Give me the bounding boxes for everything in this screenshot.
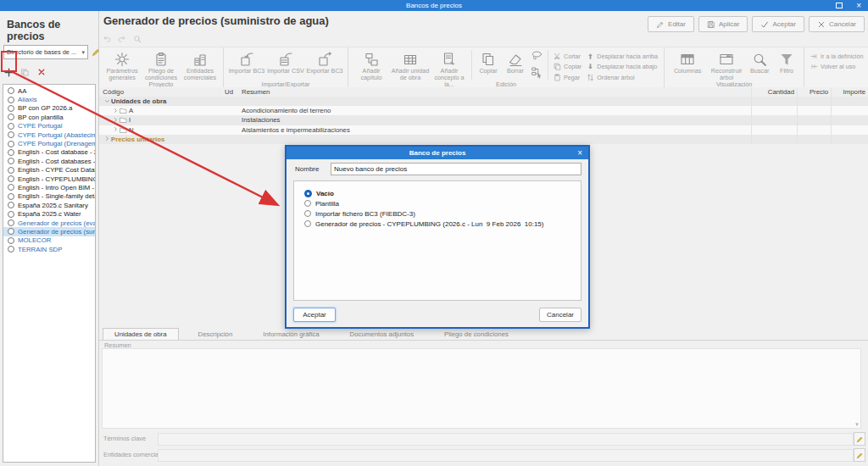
edit-terminos-icon[interactable] [854,432,865,446]
price-bank-item[interactable]: English - Intro Open BIM - 1 [3,183,95,191]
ribbon-button[interactable]: Buscar [746,50,773,75]
radio-icon[interactable] [8,202,14,208]
price-bank-item[interactable]: CYPE Portugal [3,122,95,130]
ribbon-button[interactable]: Añadir unidad de obra [391,50,430,81]
tab-unidades-de-obra[interactable]: Unidades de obra [103,328,179,340]
cell-importe[interactable] [831,115,868,125]
radio-icon[interactable] [8,105,14,112]
price-bank-item[interactable]: Aliaxis [3,95,95,103]
cell-cantidad[interactable] [751,135,797,144]
radio-icon[interactable] [304,190,312,197]
price-bank-item[interactable]: España 2025.c Water [3,209,95,218]
tree-row[interactable]: NAislamientos e impermeabilizaciones [99,125,868,135]
column-header-cantidad[interactable]: Cantidad [751,87,797,97]
price-bank-item[interactable]: TERRAIN SDP [3,245,95,253]
ribbon-button[interactable]: Copiar [475,50,502,75]
cell-precio[interactable] [797,125,831,135]
radio-icon[interactable] [8,149,14,156]
price-bank-item[interactable]: AA [3,86,95,95]
price-bank-item[interactable]: CYPE Portugal (Abastecime... [3,130,95,139]
radio-icon[interactable] [8,193,14,200]
cell-cantidad[interactable] [751,106,797,115]
tab-información-gráfica[interactable]: Información gráfica [252,329,330,340]
dialog-accept-button[interactable]: Aceptar [293,308,336,322]
dialog-option[interactable]: Generador de precios - CYPEPLUMBING (202… [304,219,581,229]
tab-descripción[interactable]: Descripción [187,329,244,340]
search-button[interactable] [133,31,142,47]
cell-precio[interactable] [797,115,831,125]
ribbon-button[interactable]: Pliego de condiciones [142,50,181,81]
radio-icon[interactable] [8,87,14,94]
ribbon-button[interactable]: Reconstruir árbol [707,50,746,81]
radio-icon[interactable] [8,131,14,138]
cell-importe[interactable] [831,135,868,144]
column-header-importe[interactable]: Importe [831,87,868,97]
radio-icon[interactable] [304,210,311,217]
cell-cantidad[interactable] [751,125,797,135]
radio-icon[interactable] [8,97,14,103]
resumen-textarea[interactable]: ▼ [102,348,861,429]
radio-icon[interactable] [8,237,14,244]
aceptar-button[interactable]: Aceptar [752,16,804,32]
cell-importe[interactable] [831,106,868,115]
column-header-resumen[interactable]: Resumen [242,88,751,96]
delete-bank-button[interactable] [35,64,47,80]
ribbon-button[interactable]: Añadir capítulo [352,50,391,81]
scroll-down-icon[interactable]: ▼ [854,422,860,427]
column-header-ud[interactable]: Ud [225,88,242,96]
column-header-precio[interactable]: Precio [797,87,831,97]
chevron-right-icon[interactable] [111,126,120,133]
cell-precio[interactable] [797,106,831,115]
price-bank-item[interactable]: MOLECOR [3,236,95,245]
chevron-right-icon[interactable] [111,108,120,114]
radio-icon[interactable] [8,211,14,218]
cell-precio[interactable] [797,97,831,106]
cell-precio[interactable] [797,135,831,144]
cancelar-button[interactable]: Cancelar [809,16,865,32]
tree-row[interactable]: IInstalaciones [99,115,868,125]
ribbon-small-button[interactable]: Cortar [554,52,581,60]
column-header-codigo[interactable]: Código [99,88,225,96]
close-window-icon[interactable]: × [856,0,861,11]
radio-icon[interactable] [8,246,14,252]
radio-icon[interactable] [8,123,14,130]
chevron-right-icon[interactable] [111,117,120,124]
price-bank-item[interactable]: English - Cost databases - 1 [3,157,95,165]
radio-icon[interactable] [8,219,14,226]
ribbon-button[interactable]: Borrar [502,50,529,75]
dialog-option[interactable]: Importar fichero BC3 (FIEBDC-3) [304,208,581,219]
duplicate-bank-button[interactable] [19,64,31,80]
dialog-option[interactable]: Plantilla [304,198,581,208]
radio-icon[interactable] [8,167,14,174]
price-bank-item[interactable]: CYPE Portugal (Drenagem) [3,139,95,147]
restore-window-icon[interactable] [836,3,843,8]
chevron-down-icon[interactable] [103,98,111,105]
editar-button[interactable]: Editar [648,16,694,32]
cell-importe[interactable] [831,97,868,106]
ribbon-button[interactable]: Exportar BC3 [305,50,344,75]
cell-importe[interactable] [831,125,868,135]
dialog-close-icon[interactable]: × [577,147,582,159]
price-bank-item[interactable]: España 2025.c Sanitary [3,201,95,209]
radio-icon[interactable] [8,158,14,164]
tree-row[interactable]: AAcondicionamiento del terreno [99,106,868,115]
dialog-cancel-button[interactable]: Cancelar [539,308,581,322]
price-bank-item[interactable]: English - CYPE Cost Databa... [3,166,95,175]
directory-select[interactable]: Directorio de bases de ... ▾ [3,45,88,59]
terminos-input[interactable] [158,433,854,446]
cell-cantidad[interactable] [751,97,797,106]
ribbon-button[interactable]: Importar CSV [266,50,305,75]
ribbon-tool-lasso[interactable] [531,50,543,66]
ribbon-small-button[interactable]: Volver al uso [810,63,863,71]
edit-entidades-icon[interactable] [854,448,865,462]
ribbon-button[interactable]: Entidades comerciales [181,50,220,81]
radio-icon[interactable] [8,228,14,235]
cell-cantidad[interactable] [751,115,797,125]
tree-row[interactable]: Unidades de obra [99,97,868,106]
radio-icon[interactable] [8,184,14,191]
price-bank-item[interactable]: BP con GP 2026.a [3,104,95,113]
tree-row[interactable]: Precios unitarios [99,135,868,144]
tab-pliego-de-condiciones[interactable]: Pliego de condiciones [433,329,520,340]
entidades-input[interactable] [158,449,854,462]
radio-icon[interactable] [304,200,311,207]
